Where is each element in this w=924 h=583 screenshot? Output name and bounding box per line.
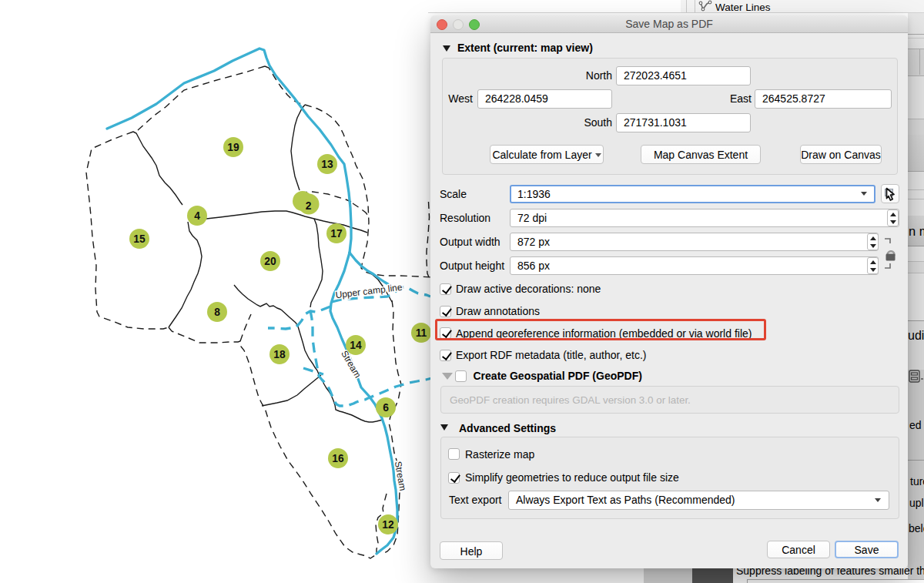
svg-text:6: 6 xyxy=(383,402,389,414)
svg-text:4: 4 xyxy=(194,210,200,222)
svg-text:15: 15 xyxy=(133,233,146,245)
svg-text:2: 2 xyxy=(306,200,312,212)
svg-text:14: 14 xyxy=(350,340,362,351)
svg-text:12: 12 xyxy=(382,519,394,531)
svg-text:13: 13 xyxy=(321,159,333,170)
svg-text:18: 18 xyxy=(273,349,286,360)
svg-text:17: 17 xyxy=(330,228,343,240)
svg-text:8: 8 xyxy=(214,307,220,318)
svg-text:16: 16 xyxy=(332,453,344,464)
svg-text:19: 19 xyxy=(227,142,239,153)
svg-text:11: 11 xyxy=(416,327,427,339)
svg-text:20: 20 xyxy=(264,256,276,267)
